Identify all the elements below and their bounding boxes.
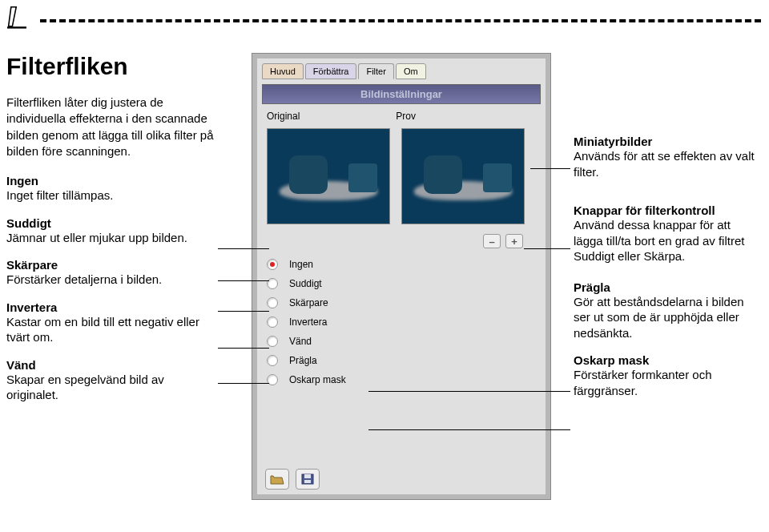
save-button[interactable] [296, 469, 320, 490]
desc-label: Suddigt [6, 216, 216, 230]
radio-ingen[interactable]: Ingen [267, 255, 536, 274]
open-button[interactable] [265, 469, 289, 490]
desc-text: Kastar om en bild till ett negativ eller… [6, 314, 216, 345]
desc-label: Knappar för filterkontroll [574, 204, 763, 217]
desc-text: Förstärker formkanter och färggränser. [574, 367, 763, 398]
thumbnail-original [267, 128, 390, 224]
tab-huvud[interactable]: Huvud [262, 63, 304, 79]
radio-label: Ingen [289, 259, 313, 270]
folder-open-icon [270, 474, 284, 485]
desc-suddigt: Suddigt Jämnar ut eller mjukar upp bilde… [6, 216, 216, 246]
tab-filter[interactable]: Filter [358, 63, 393, 79]
svg-rect-4 [304, 480, 311, 483]
svg-marker-0 [9, 7, 17, 26]
desc-text: Gör att beståndsdelarna i bilden ser ut … [574, 294, 763, 341]
right-column: Miniatyrbilder Används för att se effekt… [574, 135, 763, 411]
radio-suddigt[interactable]: Suddigt [267, 274, 536, 293]
connector [218, 280, 269, 281]
radio-label: Skärpare [289, 297, 328, 308]
desc-text: Skapar en spegelvänd bild av originalet. [6, 372, 216, 403]
desc-oskarp: Oskarp mask Förstärker formkanter och fä… [574, 353, 763, 398]
desc-label: Miniatyrbilder [574, 135, 763, 148]
desc-ingen: Ingen Inget filter tillämpas. [6, 174, 216, 204]
desc-pragla: Prägla Gör att beståndsdelarna i bilden … [574, 280, 763, 341]
minus-button[interactable]: – [483, 234, 501, 248]
desc-knappar: Knappar för filterkontroll Använd dessa … [574, 204, 763, 264]
desc-text: Inget filter tillämpas. [6, 187, 216, 204]
radio-icon [267, 355, 278, 366]
desc-text: Används för att se effekten av valt filt… [574, 148, 763, 179]
desc-label: Ingen [6, 174, 216, 187]
desc-label: Oskarp mask [574, 353, 763, 367]
radio-icon [267, 336, 278, 347]
intro-text: Filterfliken låter dig justera de indivi… [6, 95, 216, 159]
radio-label: Oskarp mask [289, 374, 346, 385]
tab-om[interactable]: Om [396, 63, 426, 79]
filter-controls: – + [257, 234, 546, 248]
thumb-label-original: Original [267, 111, 300, 122]
section-bar: Bildinställningar [262, 84, 541, 104]
radio-label: Vänd [289, 336, 312, 347]
desc-label: Prägla [574, 280, 763, 294]
radio-skarpare[interactable]: Skärpare [267, 293, 536, 312]
radio-label: Invertera [289, 316, 327, 328]
desc-miniatyrbilder: Miniatyrbilder Används för att se effekt… [574, 135, 763, 179]
connector [218, 383, 269, 384]
divider [40, 19, 761, 22]
thumbnail-prov [401, 128, 525, 224]
bottom-toolbar [265, 469, 320, 490]
thumbnails [257, 123, 546, 231]
desc-invertera: Invertera Kastar om en bild till ett neg… [6, 300, 216, 345]
radio-vand[interactable]: Vänd [267, 332, 536, 351]
connector [524, 248, 570, 249]
radio-icon [267, 259, 278, 270]
connector [218, 248, 269, 249]
desc-label: Invertera [6, 300, 216, 314]
radio-pragla[interactable]: Prägla [267, 351, 536, 370]
thumb-label-prov: Prov [396, 111, 416, 122]
radio-invertera[interactable]: Invertera [267, 312, 536, 332]
filter-panel: Huvud Förbättra Filter Om Bildinställnin… [252, 53, 551, 500]
desc-text: Förstärker detaljerna i bilden. [6, 272, 216, 288]
thumb-labels: Original Prov [257, 109, 546, 123]
radio-icon [267, 316, 278, 328]
radio-label: Suddigt [289, 278, 322, 289]
connector [368, 429, 570, 430]
svg-rect-3 [304, 474, 311, 478]
desc-label: Skärpare [6, 258, 216, 272]
left-column: Filterfliken Filterfliken låter dig just… [6, 53, 216, 416]
plus-button[interactable]: + [505, 234, 523, 248]
connector [530, 168, 570, 169]
tabs: Huvud Förbättra Filter Om [257, 58, 546, 79]
connector [218, 311, 269, 312]
connector [218, 348, 269, 349]
desc-skarpare: Skärpare Förstärker detaljerna i bilden. [6, 258, 216, 288]
desc-text: Jämnar ut eller mjukar upp bilden. [6, 230, 216, 246]
connector [368, 391, 570, 392]
radio-list: Ingen Suddigt Skärpare Invertera Vänd Pr… [257, 255, 546, 389]
tab-forbattra[interactable]: Förbättra [305, 63, 357, 79]
desc-label: Vänd [6, 358, 216, 372]
page-title: Filterfliken [6, 53, 216, 80]
radio-label: Prägla [289, 355, 317, 366]
floppy-disk-icon [301, 474, 314, 485]
radio-oskarp[interactable]: Oskarp mask [267, 370, 536, 389]
logo-icon [6, 3, 34, 29]
desc-vand: Vänd Skapar en spegelvänd bild av origin… [6, 358, 216, 403]
radio-icon [267, 297, 278, 308]
desc-text: Använd dessa knappar för att lägga till/… [574, 217, 763, 264]
